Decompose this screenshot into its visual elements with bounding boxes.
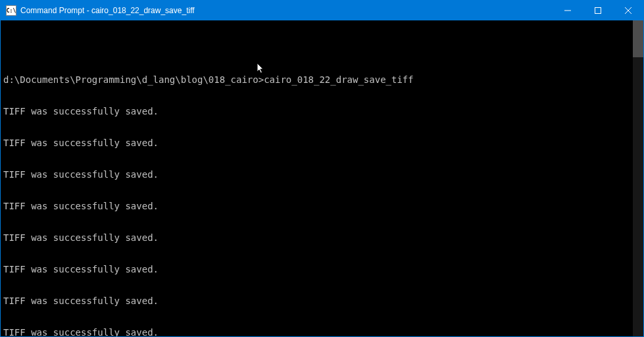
blank-line xyxy=(3,43,633,53)
window-title: Command Prompt - cairo_018_22_draw_save_… xyxy=(20,6,553,15)
output-line: TIFF was successfully saved. xyxy=(3,138,633,148)
output-line: TIFF was successfully saved. xyxy=(3,296,633,306)
output-line: TIFF was successfully saved. xyxy=(3,232,633,243)
console-text: d:\Documents\Programming\d_lang\blog\018… xyxy=(3,22,633,336)
maximize-button[interactable] xyxy=(583,1,613,20)
minimize-icon xyxy=(564,7,571,14)
close-icon xyxy=(625,7,632,14)
window-controls xyxy=(553,1,643,20)
output-line: TIFF was successfully saved. xyxy=(3,169,633,180)
output-line: TIFF was successfully saved. xyxy=(3,264,633,274)
output-line: TIFF was successfully saved. xyxy=(3,106,633,117)
vertical-scrollbar[interactable] xyxy=(633,20,643,336)
minimize-button[interactable] xyxy=(553,1,583,20)
titlebar[interactable]: C:\ Command Prompt - cairo_018_22_draw_s… xyxy=(1,1,643,20)
maximize-icon xyxy=(595,7,601,14)
close-button[interactable] xyxy=(613,1,643,20)
prompt-line: d:\Documents\Programming\d_lang\blog\018… xyxy=(3,74,633,85)
svg-rect-1 xyxy=(595,8,601,14)
scrollbar-thumb[interactable] xyxy=(633,20,643,57)
console-output[interactable]: d:\Documents\Programming\d_lang\blog\018… xyxy=(1,20,643,336)
output-line: TIFF was successfully saved. xyxy=(3,201,633,211)
cmd-icon: C:\ xyxy=(6,5,16,16)
command-prompt-window: C:\ Command Prompt - cairo_018_22_draw_s… xyxy=(0,0,644,337)
output-line: TIFF was successfully saved. xyxy=(3,327,633,336)
